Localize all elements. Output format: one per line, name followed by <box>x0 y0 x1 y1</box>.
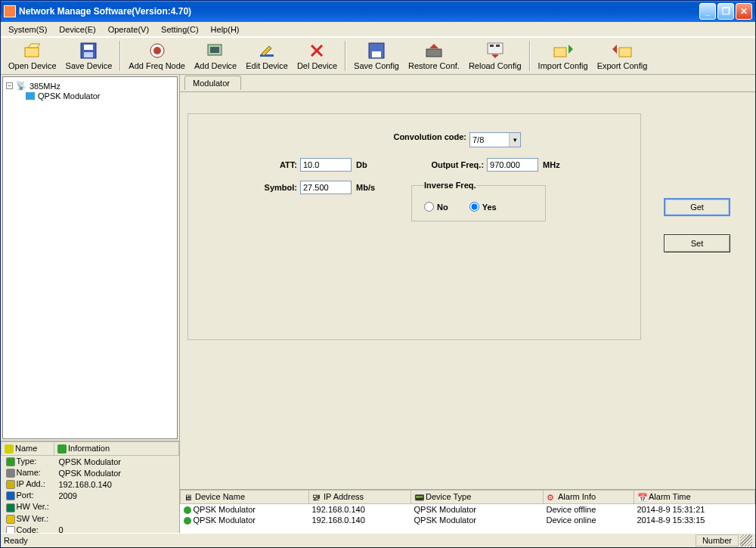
toolbar: Open Device Save Device Add Freq Node Ad… <box>1 37 755 75</box>
svg-rect-4 <box>84 52 93 57</box>
dropdown-arrow-icon: ▾ <box>509 133 520 147</box>
status-number: Number <box>696 534 739 546</box>
svg-marker-16 <box>429 44 438 48</box>
save-device-button[interactable]: Save Device <box>61 40 117 72</box>
export-config-button[interactable]: Export Config <box>593 40 652 72</box>
reload-label: Reload Config <box>469 61 522 70</box>
menu-setting[interactable]: Setting(C) <box>156 23 203 36</box>
reload-config-button[interactable]: Reload Config <box>464 40 526 72</box>
maximize-button[interactable]: ❐ <box>717 3 734 20</box>
menu-device[interactable]: Device(E) <box>54 23 100 36</box>
svg-rect-8 <box>210 47 219 53</box>
freq-icon <box>147 42 168 60</box>
svg-point-6 <box>153 47 161 54</box>
svg-marker-20 <box>491 54 499 58</box>
info-panel: Name Information Type:QPSK ModulatorName… <box>1 441 179 533</box>
del-device-button[interactable]: Del Device <box>293 40 342 72</box>
menu-help[interactable]: Help(H) <box>206 23 244 36</box>
save-config-button[interactable]: Save Config <box>349 40 404 72</box>
col-device-name[interactable]: Device Name <box>195 492 245 501</box>
save-icon <box>78 42 99 60</box>
save-device-label: Save Device <box>66 61 113 70</box>
import-label: Import Config <box>538 61 588 70</box>
save-config-label: Save Config <box>354 61 399 70</box>
open-icon <box>22 42 43 60</box>
info-row: HW Ver.: <box>2 501 179 512</box>
device-tree[interactable]: − 📡 385MHz QPSK Modulator <box>2 76 178 439</box>
edit-device-label: Edit Device <box>246 61 288 70</box>
svg-rect-9 <box>260 54 274 57</box>
save-config-icon <box>366 42 387 60</box>
window-title: Network Manage Software(Version:4.70) <box>19 6 699 17</box>
add-device-button[interactable]: Add Device <box>190 40 241 72</box>
col-type[interactable]: Device Type <box>426 492 471 501</box>
minimize-button[interactable]: _ <box>699 3 716 20</box>
export-label: Export Config <box>597 61 648 70</box>
svg-rect-21 <box>554 48 566 57</box>
titlebar: Network Manage Software(Version:4.70) _ … <box>1 1 755 22</box>
menubar: System(S) Device(E) Operate(V) Setting(C… <box>1 22 755 37</box>
restore-icon <box>423 42 445 60</box>
delete-icon <box>306 42 327 60</box>
set-button[interactable]: Set <box>664 234 730 252</box>
tree-root-label[interactable]: 385MHz <box>29 82 60 91</box>
get-button[interactable]: Get <box>664 198 730 216</box>
svg-rect-18 <box>490 45 494 47</box>
col-alarm[interactable]: Alarm Info <box>558 492 596 501</box>
inverse-no-radio[interactable]: No <box>424 202 448 212</box>
add-device-icon <box>205 42 226 60</box>
resize-grip-icon[interactable] <box>740 534 752 546</box>
att-input[interactable] <box>300 158 352 172</box>
del-device-label: Del Device <box>297 61 337 70</box>
outfreq-unit: MHz <box>543 160 560 169</box>
info-hdr-name: Name <box>15 444 37 453</box>
info-row: Type:QPSK Modulator <box>2 456 179 468</box>
table-row[interactable]: QPSK Modulator192.168.0.140QPSK Modulato… <box>181 515 755 525</box>
statusbar: Ready Number <box>1 533 755 547</box>
import-config-button[interactable]: Import Config <box>534 40 593 72</box>
conv-code-label: Convolution code: <box>393 132 469 147</box>
restore-conf-button[interactable]: Restore Conf. <box>404 40 464 72</box>
open-device-label: Open Device <box>8 61 57 70</box>
info-row: Port:2009 <box>2 490 179 501</box>
svg-marker-1 <box>28 44 40 48</box>
menu-system[interactable]: System(S) <box>4 23 51 36</box>
add-freq-label: Add Freq Node <box>129 61 185 70</box>
att-label: ATT: <box>202 160 300 169</box>
svg-marker-22 <box>569 45 573 54</box>
symbol-input[interactable] <box>300 181 352 194</box>
edit-device-button[interactable]: Edit Device <box>241 40 293 72</box>
symbol-label: Symbol: <box>202 183 300 192</box>
info-row: Code:0 <box>2 525 179 533</box>
device-table: 🖥Device Name 🖳IP Address 📟Device Type ⚙A… <box>180 489 755 533</box>
inverse-yes-radio[interactable]: Yes <box>469 202 497 212</box>
symbol-unit: Mb/s <box>356 183 375 192</box>
inverse-legend: Inverse Freq. <box>424 181 476 190</box>
open-device-button[interactable]: Open Device <box>4 40 61 72</box>
edit-icon <box>256 42 277 60</box>
col-ip[interactable]: IP Address <box>324 492 364 501</box>
add-device-label: Add Device <box>194 61 237 70</box>
tab-modulator[interactable]: Modulator <box>184 76 241 90</box>
modulator-groupbox: Convolution code: 7/8 ▾ ATT: Db <box>187 113 641 340</box>
type-icon: 📟 <box>414 493 423 502</box>
svg-rect-3 <box>84 45 93 50</box>
antenna-icon: 📡 <box>16 81 26 91</box>
reload-icon <box>485 42 506 60</box>
tree-collapse-icon[interactable]: − <box>6 82 13 89</box>
add-freq-node-button[interactable]: Add Freq Node <box>124 40 190 72</box>
device-name-icon: 🖥 <box>184 493 193 502</box>
tree-child-label[interactable]: QPSK Modulator <box>38 91 101 101</box>
svg-marker-24 <box>612 45 617 54</box>
close-button[interactable]: ✕ <box>736 3 752 20</box>
info-row: IP Add.:192.168.0.140 <box>2 478 179 490</box>
info-row: SW Ver.: <box>2 513 179 525</box>
table-row[interactable]: QPSK Modulator192.168.0.140QPSK Modulato… <box>181 504 755 515</box>
menu-operate[interactable]: Operate(V) <box>104 23 153 36</box>
import-icon <box>553 42 574 60</box>
outfreq-input[interactable] <box>487 158 538 172</box>
conv-code-select[interactable]: 7/8 ▾ <box>469 132 521 147</box>
export-icon <box>612 42 633 60</box>
col-time[interactable]: Alarm Time <box>649 492 691 501</box>
inverse-freq-group: Inverse Freq. No Yes <box>411 181 546 221</box>
